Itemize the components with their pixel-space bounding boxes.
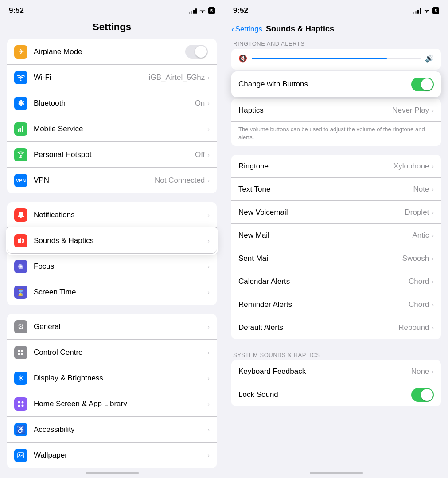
settings-item-home-screen[interactable]: Home Screen & App Library ›	[7, 391, 217, 417]
keyboard-feedback-label: Keyboard Feedback	[238, 367, 411, 376]
wifi-chevron: ›	[207, 74, 210, 81]
haptics-chevron: ›	[432, 107, 434, 114]
settings-item-wifi[interactable]: Wi-Fi iGB_Airtel_5Ghz ›	[7, 65, 217, 90]
change-with-buttons-toggle[interactable]	[411, 78, 434, 91]
settings-item-vpn[interactable]: VPN VPN Not Connected ›	[7, 168, 217, 193]
sent-mail-value: Swoosh	[402, 254, 429, 263]
status-icons-right: 5	[413, 7, 439, 14]
new-voicemail-label: New Voicemail	[238, 208, 405, 217]
ringtone-label: Ringtone	[238, 162, 393, 171]
vpn-label: VPN	[34, 176, 155, 185]
wallpaper-icon	[14, 449, 27, 462]
volume-row: 🔇 🔊	[238, 54, 434, 63]
settings-item-sounds-haptics[interactable]: Sounds & Haptics ›	[7, 228, 217, 254]
svg-point-21	[426, 12, 427, 13]
settings-item-bluetooth[interactable]: ✱ Bluetooth On ›	[7, 90, 217, 116]
haptics-group: Haptics Never Play › The volume buttons …	[231, 99, 441, 146]
right-header: ‹ Settings Sounds & Haptics	[224, 18, 448, 37]
back-chevron-icon: ‹	[231, 24, 234, 34]
sent-mail-item[interactable]: Sent Mail Swoosh ›	[231, 247, 441, 270]
mobile-service-label: Mobile Service	[34, 125, 207, 133]
haptics-item[interactable]: Haptics Never Play ›	[231, 99, 441, 122]
svg-point-18	[22, 404, 24, 407]
settings-item-airplane-mode[interactable]: ✈ Airplane Mode	[7, 39, 217, 65]
screen-time-icon: ⌛	[14, 286, 27, 299]
wifi-icon-right	[423, 8, 430, 13]
change-with-buttons-card: Change with Buttons	[231, 71, 441, 97]
general-label: General	[34, 322, 207, 331]
new-mail-value: Antic	[413, 231, 429, 240]
keyboard-feedback-item[interactable]: Keyboard Feedback None ›	[231, 360, 441, 383]
mobile-service-icon	[14, 122, 27, 136]
change-with-buttons-label: Change with Buttons	[238, 80, 411, 89]
new-voicemail-item[interactable]: New Voicemail Droplet ›	[231, 201, 441, 224]
status-bar-right: 9:52 5	[224, 0, 448, 18]
connectivity-group: ✈ Airplane Mode Wi-Fi iGB_Airtel_5Ghz ›	[7, 39, 217, 193]
airplane-mode-icon: ✈	[14, 45, 27, 59]
text-tone-item[interactable]: Text Tone Note ›	[231, 178, 441, 201]
svg-point-5	[20, 155, 22, 157]
lock-sound-item[interactable]: Lock Sound	[231, 383, 441, 406]
time-left: 9:52	[9, 6, 24, 15]
svg-rect-8	[20, 217, 22, 218]
home-bar-left	[86, 472, 139, 474]
wifi-value: iGB_Airtel_5Ghz	[149, 73, 205, 82]
settings-item-accessibility[interactable]: ♿ Accessibility ›	[7, 417, 217, 443]
wifi-icon-left	[199, 8, 206, 13]
keyboard-feedback-value: None	[411, 367, 429, 376]
toggle-on-thumb	[421, 78, 433, 90]
settings-item-general[interactable]: ⚙ General ›	[7, 314, 217, 340]
calendar-alerts-label: Calendar Alerts	[238, 277, 409, 286]
wifi-settings-icon	[14, 71, 27, 84]
hotspot-icon	[14, 148, 27, 161]
notifications-icon	[14, 208, 27, 222]
vpn-icon: VPN	[14, 174, 27, 187]
lock-sound-toggle[interactable]	[411, 388, 434, 402]
time-right: 9:52	[233, 6, 248, 15]
back-label: Settings	[235, 25, 262, 34]
bluetooth-value: On	[195, 99, 205, 108]
bluetooth-chevron: ›	[207, 100, 210, 107]
wallpaper-label: Wallpaper	[34, 451, 207, 460]
settings-item-focus[interactable]: Focus ›	[7, 254, 217, 279]
svg-point-10	[20, 265, 22, 267]
ringtone-section-header: RINGTONE AND ALERTS	[231, 37, 441, 49]
reminder-alerts-item[interactable]: Reminder Alerts Chord ›	[231, 293, 441, 316]
settings-item-mobile-service[interactable]: Mobile Service ›	[7, 116, 217, 142]
mobile-service-chevron: ›	[207, 125, 210, 133]
battery-icon-right: 5	[432, 7, 439, 14]
settings-list: ✈ Airplane Mode Wi-Fi iGB_Airtel_5Ghz ›	[0, 39, 224, 469]
haptics-note: The volume buttons can be used to adjust…	[231, 125, 441, 141]
volume-slider[interactable]	[252, 58, 421, 59]
airplane-mode-toggle[interactable]	[185, 45, 208, 59]
default-alerts-item[interactable]: Default Alerts Rebound ›	[231, 316, 441, 339]
hotspot-chevron: ›	[207, 151, 210, 158]
settings-item-notifications[interactable]: Notifications ›	[7, 202, 217, 228]
hotspot-value: Off	[195, 150, 205, 159]
svg-rect-4	[22, 126, 23, 132]
general-chevron: ›	[207, 323, 210, 330]
accessibility-icon: ♿	[14, 423, 27, 436]
back-button[interactable]: ‹ Settings	[231, 24, 262, 34]
notifications-items: Notifications › Sounds & Haptics › F	[7, 202, 217, 305]
left-panel: 9:52 5 Settings ✈ Airplane Mod	[0, 0, 224, 478]
new-mail-item[interactable]: New Mail Antic ›	[231, 224, 441, 247]
svg-point-17	[18, 404, 20, 407]
battery-icon-left: 5	[208, 7, 215, 14]
ringtone-item[interactable]: Ringtone Xylophone ›	[231, 155, 441, 178]
accessibility-chevron: ›	[207, 426, 210, 433]
calendar-alerts-item[interactable]: Calendar Alerts Chord ›	[231, 270, 441, 293]
vpn-chevron: ›	[207, 177, 210, 184]
settings-item-personal-hotspot[interactable]: Personal Hotspot Off ›	[7, 142, 217, 168]
svg-rect-2	[18, 129, 19, 132]
calendar-alerts-value: Chord	[409, 277, 429, 286]
settings-item-screen-time[interactable]: ⌛ Screen Time ›	[7, 279, 217, 305]
general-icon: ⚙	[14, 320, 27, 333]
settings-item-display-brightness[interactable]: ☀ Display & Brightness ›	[7, 365, 217, 391]
reminder-alerts-value: Chord	[409, 300, 429, 309]
haptics-label: Haptics	[238, 106, 392, 115]
settings-item-control-centre[interactable]: Control Centre ›	[7, 340, 217, 365]
svg-rect-11	[18, 350, 20, 352]
svg-point-16	[22, 401, 24, 403]
settings-item-wallpaper[interactable]: Wallpaper ›	[7, 443, 217, 468]
